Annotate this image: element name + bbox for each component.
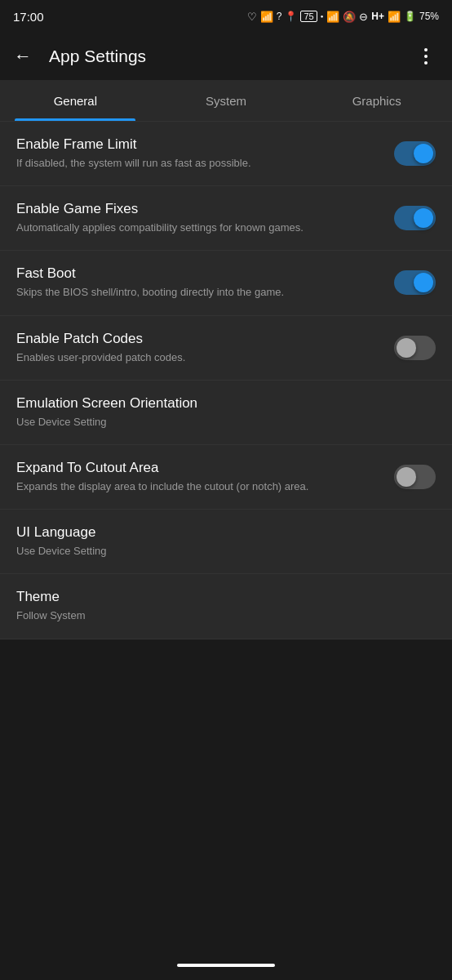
status-bar: 17:00 ♡ 📶 ? 📍 75 ● 📶 🔕 ⊖ H+ 📶 🔋 75% (0, 0, 452, 33)
setting-item-expand-to-cutout-area[interactable]: Expand To Cutout AreaExpands the display… (0, 445, 452, 510)
status-time: 17:00 (13, 10, 44, 24)
setting-desc-fast-boot: Skips the BIOS shell/intro, booting dire… (16, 285, 381, 300)
status-icons: ♡ 📶 ? 📍 75 ● 📶 🔕 ⊖ H+ 📶 🔋 75% (247, 11, 439, 23)
setting-item-enable-frame-limit[interactable]: Enable Frame LimitIf disabled, the syste… (0, 122, 452, 186)
minus-circle-icon: ⊖ (359, 11, 368, 23)
setting-desc-enable-game-fixes: Automatically applies compatibility sett… (16, 220, 381, 235)
setting-title-expand-to-cutout-area: Expand To Cutout Area (16, 460, 381, 476)
mute-icon: 🔕 (343, 11, 356, 23)
signal-icon: 📶 (388, 11, 401, 23)
setting-title-emulation-screen-orientation: Emulation Screen Orientation (16, 395, 423, 412)
toggle-thumb-expand-to-cutout-area (397, 467, 416, 487)
network-icon: H+ (371, 11, 384, 22)
back-button[interactable]: ← (3, 37, 42, 76)
setting-item-ui-language[interactable]: UI LanguageUse Device Setting (0, 510, 452, 574)
setting-desc-enable-frame-limit: If disabled, the system will run as fast… (16, 156, 381, 171)
bluetooth-icon: 📶 (326, 11, 339, 23)
setting-desc-expand-to-cutout-area: Expands the display area to include the … (16, 479, 381, 494)
tab-system[interactable]: System (151, 80, 302, 121)
more-dots-icon (424, 48, 428, 65)
setting-item-theme[interactable]: ThemeFollow System (0, 574, 452, 639)
battery-icon: 🔋 (404, 11, 416, 22)
tab-general[interactable]: General (0, 80, 151, 121)
toggle-expand-to-cutout-area[interactable] (394, 465, 436, 489)
toggle-thumb-enable-patch-codes (397, 338, 416, 358)
setting-title-fast-boot: Fast Boot (16, 265, 381, 282)
dot-icon: ● (321, 14, 324, 19)
setting-title-enable-frame-limit: Enable Frame Limit (16, 136, 381, 153)
setting-desc-theme: Follow System (16, 608, 423, 623)
setting-item-emulation-screen-orientation[interactable]: Emulation Screen OrientationUse Device S… (0, 381, 452, 445)
toggle-thumb-enable-frame-limit (414, 144, 433, 163)
setting-item-enable-patch-codes[interactable]: Enable Patch CodesEnables user-provided … (0, 316, 452, 381)
app-bar: ← App Settings (0, 33, 452, 80)
more-options-button[interactable] (406, 37, 445, 76)
home-indicator (177, 964, 275, 967)
page-title: App Settings (49, 47, 406, 66)
setting-title-enable-game-fixes: Enable Game Fixes (16, 201, 381, 217)
heart-icon: ♡ (247, 11, 257, 23)
battery-75-icon: 75 (300, 11, 317, 22)
setting-desc-enable-patch-codes: Enables user-provided patch codes. (16, 350, 381, 365)
setting-title-theme: Theme (16, 589, 423, 605)
toggle-enable-frame-limit[interactable] (394, 141, 436, 166)
back-arrow-icon: ← (14, 46, 32, 67)
setting-item-fast-boot[interactable]: Fast BootSkips the BIOS shell/intro, boo… (0, 251, 452, 315)
toggle-enable-game-fixes[interactable] (394, 206, 436, 230)
tab-graphics[interactable]: Graphics (301, 80, 452, 121)
setting-desc-emulation-screen-orientation: Use Device Setting (16, 415, 423, 430)
question-icon: ? (277, 11, 282, 22)
tab-bar: General System Graphics (0, 80, 452, 122)
setting-title-ui-language: UI Language (16, 524, 423, 541)
bottom-nav-bar (0, 951, 452, 980)
setting-item-enable-game-fixes[interactable]: Enable Game FixesAutomatically applies c… (0, 186, 452, 251)
battery-pct: 75% (419, 11, 439, 22)
toggle-fast-boot[interactable] (394, 270, 436, 295)
settings-list: Enable Frame LimitIf disabled, the syste… (0, 122, 452, 639)
wifi-icon: 📶 (260, 11, 273, 23)
location-icon: 📍 (285, 11, 297, 22)
setting-title-enable-patch-codes: Enable Patch Codes (16, 331, 381, 347)
toggle-enable-patch-codes[interactable] (394, 336, 436, 360)
setting-desc-ui-language: Use Device Setting (16, 544, 423, 559)
